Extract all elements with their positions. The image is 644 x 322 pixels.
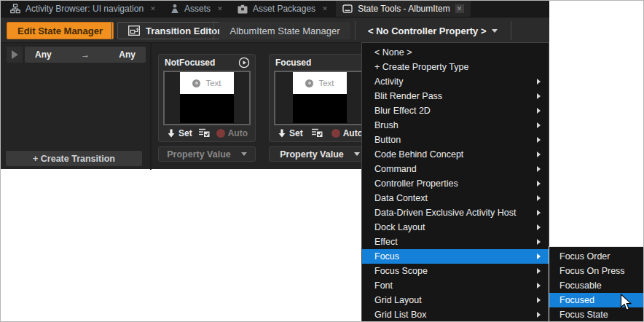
- toolbar: Edit State Manager Transition Editor Alb…: [1, 17, 549, 42]
- property-list-icon[interactable]: [312, 128, 323, 138]
- menu-item-label: Controller Properties: [374, 178, 458, 189]
- submenu-arrow-icon: [537, 166, 541, 172]
- state-thumbnail: Text: [274, 71, 366, 125]
- thumbnail-text-label: Text: [318, 79, 334, 87]
- menu-item[interactable]: Font: [362, 278, 549, 293]
- record-dot-icon: [331, 129, 340, 138]
- submenu-arrow-icon: [537, 297, 541, 303]
- menu-item-label: Brush: [374, 120, 398, 130]
- menu-item[interactable]: Button: [362, 133, 549, 147]
- auto-toggle[interactable]: Auto: [331, 128, 363, 138]
- transition-editor-label: Transition Editor: [146, 25, 221, 36]
- transition-editor-button[interactable]: Transition Editor: [117, 22, 232, 39]
- menu-item-label: Font: [374, 280, 393, 291]
- menu-item[interactable]: < None >: [362, 45, 549, 60]
- close-icon[interactable]: ✕: [455, 4, 464, 13]
- set-button[interactable]: Set: [278, 128, 303, 138]
- submenu-item[interactable]: Focus Order: [549, 249, 644, 264]
- play-transition-button[interactable]: [7, 47, 23, 63]
- right-arrow-icon: →: [81, 50, 90, 60]
- close-icon[interactable]: ✕: [149, 4, 157, 13]
- submenu-arrow-icon: [537, 283, 541, 288]
- close-icon[interactable]: ✕: [321, 4, 329, 13]
- property-list-icon[interactable]: [199, 128, 210, 138]
- thumbnail-text-label: Text: [205, 79, 221, 87]
- menu-item[interactable]: Effect: [362, 235, 549, 249]
- menu-item[interactable]: Activity: [362, 74, 549, 89]
- submenu-arrow-icon: [537, 195, 541, 201]
- submenu-item[interactable]: Focus On Press: [549, 264, 644, 278]
- submenu-arrow-icon: [537, 239, 541, 245]
- set-button[interactable]: Set: [168, 128, 192, 138]
- property-value-dropdown-notfocused[interactable]: Property Value: [158, 146, 256, 162]
- menu-item[interactable]: Data-Driven Exclusive Activity Host: [362, 205, 549, 220]
- down-arrow-icon: [168, 129, 175, 138]
- toolbar-divider: [355, 21, 356, 40]
- menu-item-label: Button: [374, 135, 401, 145]
- menu-item[interactable]: Focus: [362, 249, 549, 264]
- tab-asset-packages[interactable]: Asset Packages ✕: [231, 1, 336, 17]
- controller-property-dropdown[interactable]: < No Controller Property >: [361, 22, 505, 39]
- radio-dot-icon: [305, 79, 313, 87]
- card-header: Focused: [270, 55, 370, 71]
- menu-item[interactable]: Blit Render Pass: [362, 89, 549, 103]
- card-actions: Set Auto: [159, 125, 255, 141]
- submenu-arrow-icon: [537, 137, 541, 143]
- transition-row-any-any[interactable]: Any → Any: [25, 47, 146, 63]
- menu-item[interactable]: Dock Layout: [362, 220, 549, 235]
- toolbar-divider: [111, 21, 112, 40]
- submenu-arrow-icon: [537, 268, 541, 274]
- submenu-item[interactable]: Focusable: [549, 278, 644, 293]
- chevron-down-icon: [354, 152, 360, 156]
- tab-state-tools[interactable]: State Tools - AlbumItem ✕: [336, 1, 471, 17]
- close-icon[interactable]: ✕: [216, 4, 224, 13]
- property-value-dropdown-focused[interactable]: Property Value: [269, 146, 371, 162]
- play-state-icon[interactable]: [238, 57, 250, 68]
- panel-divider: [150, 43, 152, 170]
- state-thumbnail: Text: [163, 71, 251, 125]
- submenu-item-label: Focus On Press: [559, 266, 625, 276]
- submenu-item-label: Focused: [559, 295, 594, 305]
- hierarchy-icon: [10, 4, 20, 14]
- tab-assets[interactable]: Assets ✕: [164, 1, 231, 17]
- submenu-arrow-icon: [537, 224, 541, 230]
- menu-item[interactable]: + Create Property Type: [362, 60, 549, 74]
- card-header: NotFocused: [159, 55, 255, 71]
- submenu-arrow-icon: [537, 93, 541, 99]
- menu-item[interactable]: Focus Scope: [362, 264, 549, 278]
- controller-property-value: < No Controller Property >: [368, 25, 487, 36]
- thumbnail-content: [180, 94, 234, 123]
- menu-item-label: Data Context: [374, 193, 428, 203]
- menu-item[interactable]: Grid List Box: [362, 307, 549, 322]
- radio-dot-icon: [192, 79, 200, 87]
- submenu-arrow-icon: [537, 108, 541, 114]
- state-card-notfocused[interactable]: NotFocused Text: [158, 54, 256, 142]
- menu-item-label: < None >: [374, 47, 412, 58]
- menu-item-label: Focus Scope: [374, 266, 428, 276]
- menu-item[interactable]: Code Behind Concept: [362, 147, 549, 162]
- transition-to: Any: [119, 50, 136, 60]
- menu-item[interactable]: Data Context: [362, 191, 549, 205]
- property-value-label: Property Value: [167, 149, 231, 160]
- auto-label: Auto: [343, 128, 363, 138]
- submenu-item-label: Focus State: [559, 310, 608, 320]
- create-transition-button[interactable]: + Create Transition: [6, 151, 142, 166]
- menu-item-label: Effect: [374, 237, 398, 247]
- menu-item-label: Grid List Box: [374, 310, 427, 320]
- menu-item[interactable]: Grid Layout: [362, 293, 549, 307]
- tab-activity-browser[interactable]: Activity Browser: UI navigation ✕: [4, 1, 164, 17]
- menu-item[interactable]: Blur Effect 2D: [362, 103, 549, 118]
- edit-state-manager-button[interactable]: Edit State Manager: [7, 22, 114, 39]
- auto-toggle[interactable]: Auto: [216, 128, 248, 138]
- mouse-cursor: [620, 294, 633, 312]
- chevron-down-icon: [241, 152, 247, 156]
- toolbar-divider: [511, 21, 511, 40]
- tab-label: State Tools - AlbumItem: [358, 4, 450, 14]
- menu-item[interactable]: Brush: [362, 118, 549, 133]
- submenu-arrow-icon: [537, 152, 541, 157]
- menu-item[interactable]: Command: [362, 162, 549, 176]
- state-card-focused[interactable]: Focused Text Set: [269, 54, 371, 142]
- menu-item-label: Grid Layout: [374, 295, 422, 305]
- submenu-item-label: Focus Order: [559, 251, 610, 262]
- menu-item[interactable]: Controller Properties: [362, 176, 549, 191]
